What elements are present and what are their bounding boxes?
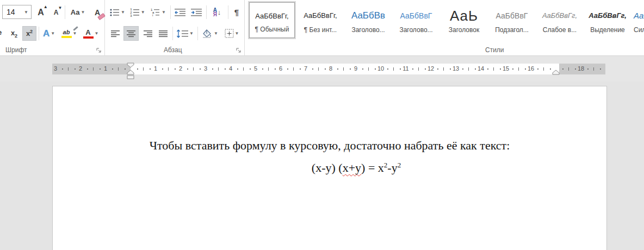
first-line-indent-marker[interactable] bbox=[127, 62, 134, 68]
separator bbox=[39, 27, 39, 40]
ruler-number: 5 bbox=[251, 65, 260, 72]
style-card-heading2[interactable]: АаБбВвГ Заголово... bbox=[393, 2, 439, 38]
ruler-half-tick bbox=[143, 67, 144, 71]
ruler-quarter-dot bbox=[87, 68, 88, 70]
style-card-normal[interactable]: АаБбВвГг, ¶ Обычный bbox=[249, 2, 295, 38]
borders-button[interactable]: ▼ bbox=[221, 26, 242, 41]
ruler-quarter-dot bbox=[337, 68, 338, 70]
bullets-button[interactable]: ▼ bbox=[108, 5, 127, 20]
chevron-down-icon: ▼ bbox=[141, 10, 145, 15]
ruler-text-area bbox=[131, 64, 559, 74]
separator bbox=[172, 27, 173, 40]
ruler-quarter-dot bbox=[450, 68, 451, 70]
ruler-number: 18 bbox=[577, 65, 585, 72]
ruler-quarter-dot bbox=[62, 68, 63, 70]
align-right-button[interactable] bbox=[141, 26, 155, 41]
style-preview: АаБбВвГ bbox=[393, 8, 439, 24]
ruler-half-tick bbox=[218, 67, 219, 71]
ruler-quarter-dot bbox=[250, 68, 251, 70]
ruler-quarter-dot bbox=[275, 68, 276, 70]
shrink-font-button[interactable]: А▼ bbox=[49, 5, 63, 20]
change-case-label: Аа bbox=[71, 8, 80, 16]
style-card-intense-emphasis-clipped[interactable]: АаБбВвГг Сильное в... bbox=[633, 2, 644, 38]
ruler-half-tick bbox=[368, 67, 369, 71]
ruler-quarter-dot bbox=[512, 68, 513, 70]
style-preview: АаБбВвГг, bbox=[585, 8, 630, 24]
subscript-button[interactable]: x2 bbox=[7, 26, 21, 41]
font-dialog-launcher-icon[interactable] bbox=[96, 47, 102, 54]
change-case-button[interactable]: Аа ▼ bbox=[67, 5, 89, 20]
ruler-quarter-dot bbox=[212, 68, 213, 70]
text-highlight-button[interactable]: ab ▼ bbox=[59, 26, 79, 41]
ruler-half-tick bbox=[93, 67, 94, 71]
chevron-down-icon[interactable]: ▼ bbox=[24, 10, 31, 15]
hanging-indent-marker[interactable] bbox=[127, 70, 134, 75]
style-card-no-spacing[interactable]: АаБбВвГг, ¶ Без инт... bbox=[298, 2, 343, 38]
paragraph-dialog-launcher-icon[interactable] bbox=[236, 47, 242, 54]
chevron-down-icon: ▼ bbox=[189, 31, 194, 36]
ruler-half-tick bbox=[168, 67, 169, 71]
ruler-half-tick bbox=[443, 67, 444, 71]
clipped-strikethrough-button[interactable]: е bbox=[0, 28, 2, 36]
separator bbox=[170, 5, 171, 19]
clear-formatting-button[interactable]: А bbox=[90, 5, 104, 20]
ruler-quarter-dot bbox=[325, 68, 326, 70]
font-size-combobox[interactable]: 14 ▼ bbox=[2, 5, 32, 19]
align-left-button[interactable] bbox=[108, 26, 122, 41]
font-size-value[interactable]: 14 bbox=[3, 8, 24, 16]
formula-part: ) = x bbox=[361, 161, 384, 174]
grow-font-button[interactable]: А▲ bbox=[34, 5, 48, 20]
document-formula-line[interactable]: (x-y) (x+y) = x2-y2 bbox=[53, 161, 606, 175]
ruler-number: 4 bbox=[226, 65, 235, 72]
sort-button[interactable]: А Я ↓ bbox=[208, 5, 226, 20]
chevron-down-icon: ▼ bbox=[121, 10, 125, 15]
formula-part: -y bbox=[387, 161, 397, 174]
document-page[interactable]: Чтобы вставить формулу в курсовую, доста… bbox=[52, 86, 607, 250]
style-card-heading1[interactable]: АаБбВв Заголово... bbox=[345, 2, 391, 38]
document-area: Чтобы вставить формулу в курсовую, доста… bbox=[0, 82, 644, 250]
style-card-emphasis[interactable]: АаБбВвГг, Выделение bbox=[585, 2, 630, 38]
show-paragraph-marks-button[interactable]: ¶ bbox=[230, 5, 243, 20]
style-card-subtle-emphasis[interactable]: АаБбВвГг, Слабое в... bbox=[537, 2, 583, 38]
justify-button[interactable] bbox=[156, 26, 170, 41]
text-effects-letter: А bbox=[43, 28, 49, 39]
ruler-quarter-dot bbox=[137, 68, 138, 70]
ruler-number: 8 bbox=[326, 65, 335, 72]
line-spacing-button[interactable]: ▼ bbox=[175, 26, 195, 41]
ruler-quarter-dot bbox=[525, 68, 526, 70]
pilcrow-icon: ¶ bbox=[234, 8, 239, 17]
ruler-quarter-dot bbox=[312, 68, 313, 70]
multilevel-list-button[interactable]: 1 a i ▼ bbox=[148, 5, 168, 20]
style-card-title[interactable]: АаЬ Заголовок bbox=[441, 2, 487, 38]
text-effects-button[interactable]: А ▼ bbox=[40, 26, 58, 41]
style-card-subtitle[interactable]: АаБбВвГ Подзагол... bbox=[489, 2, 535, 38]
ruler-quarter-dot bbox=[287, 68, 288, 70]
ruler-half-tick bbox=[418, 67, 419, 71]
ruler-quarter-dot bbox=[150, 68, 151, 70]
shading-button[interactable]: ▼ bbox=[200, 26, 220, 41]
align-right-icon bbox=[144, 30, 152, 38]
ruler-half-tick bbox=[393, 67, 394, 71]
ruler-half-tick bbox=[243, 67, 244, 71]
increase-indent-button[interactable] bbox=[189, 5, 204, 20]
decrease-indent-button[interactable] bbox=[172, 5, 188, 20]
document-paragraph[interactable]: Чтобы вставить формулу в курсовую, доста… bbox=[53, 139, 606, 153]
font-color-button[interactable]: А ▼ bbox=[81, 26, 101, 41]
ruler-quarter-dot bbox=[175, 68, 176, 70]
paragraph-group: ▼ 123 ▼ 1 a i ▼ bbox=[105, 0, 245, 56]
ruler-half-tick bbox=[518, 67, 519, 71]
style-preview: АаБбВвГ bbox=[489, 8, 535, 24]
superscript-button[interactable]: x2 bbox=[22, 26, 36, 41]
right-indent-marker[interactable] bbox=[552, 70, 560, 75]
align-center-button[interactable] bbox=[123, 26, 139, 41]
sort-icon: А Я bbox=[213, 8, 217, 17]
ruler-quarter-dot bbox=[550, 68, 551, 70]
numbering-button[interactable]: 123 ▼ bbox=[128, 5, 147, 20]
misspelled-word[interactable]: x+y bbox=[343, 161, 361, 174]
horizontal-ruler[interactable]: 1231234567891011121314151618 bbox=[52, 64, 605, 74]
style-label: Выделение bbox=[585, 26, 630, 34]
highlight-label: ab bbox=[63, 29, 70, 35]
style-label: Сильное в... bbox=[633, 26, 644, 34]
left-indent-marker[interactable] bbox=[127, 75, 134, 79]
numbered-list-lines-icon bbox=[133, 8, 140, 17]
